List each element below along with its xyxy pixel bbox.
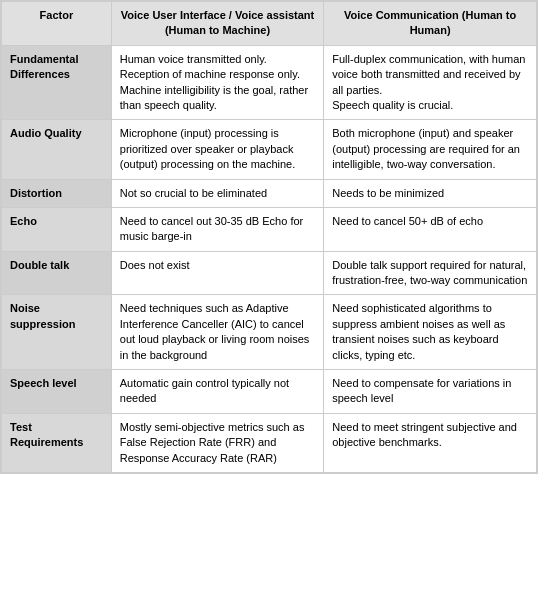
cell-factor: Audio Quality — [2, 120, 112, 179]
cell-factor: Noise suppression — [2, 295, 112, 370]
cell-vui: Need to cancel out 30-35 dB Echo for mus… — [111, 207, 323, 251]
table-row: Double talkDoes not existDouble talk sup… — [2, 251, 537, 295]
cell-factor: Fundamental Differences — [2, 45, 112, 120]
cell-vc: Need to cancel 50+ dB of echo — [324, 207, 537, 251]
table-row: Speech levelAutomatic gain control typic… — [2, 370, 537, 414]
cell-vui: Automatic gain control typically not nee… — [111, 370, 323, 414]
cell-vui: Not so crucial to be eliminated — [111, 179, 323, 207]
comparison-table: Factor Voice User Interface / Voice assi… — [1, 1, 537, 473]
cell-vc: Both microphone (input) and speaker (out… — [324, 120, 537, 179]
cell-factor: Test Requirements — [2, 413, 112, 472]
table-body: Fundamental DifferencesHuman voice trans… — [2, 45, 537, 472]
header-factor: Factor — [2, 2, 112, 46]
header-vc: Voice Communication (Human to Human) — [324, 2, 537, 46]
table-row: Audio QualityMicrophone (input) processi… — [2, 120, 537, 179]
cell-factor: Distortion — [2, 179, 112, 207]
table-row: DistortionNot so crucial to be eliminate… — [2, 179, 537, 207]
cell-vui: Need techniques such as Adaptive Interfe… — [111, 295, 323, 370]
cell-vc: Need to meet stringent subjective and ob… — [324, 413, 537, 472]
table-row: Fundamental DifferencesHuman voice trans… — [2, 45, 537, 120]
cell-factor: Speech level — [2, 370, 112, 414]
cell-vc: Need to compensate for variations in spe… — [324, 370, 537, 414]
cell-vui: Mostly semi-objective metrics such as Fa… — [111, 413, 323, 472]
cell-vc: Needs to be minimized — [324, 179, 537, 207]
cell-vc: Double talk support required for natural… — [324, 251, 537, 295]
header-vui: Voice User Interface / Voice assistant (… — [111, 2, 323, 46]
table-row: Test RequirementsMostly semi-objective m… — [2, 413, 537, 472]
cell-vc: Full-duplex communication, with human vo… — [324, 45, 537, 120]
table-header-row: Factor Voice User Interface / Voice assi… — [2, 2, 537, 46]
cell-vc: Need sophisticated algorithms to suppres… — [324, 295, 537, 370]
table-row: EchoNeed to cancel out 30-35 dB Echo for… — [2, 207, 537, 251]
cell-factor: Echo — [2, 207, 112, 251]
cell-vui: Microphone (input) processing is priorit… — [111, 120, 323, 179]
comparison-table-wrapper: Factor Voice User Interface / Voice assi… — [0, 0, 538, 474]
cell-factor: Double talk — [2, 251, 112, 295]
table-row: Noise suppressionNeed techniques such as… — [2, 295, 537, 370]
cell-vui: Does not exist — [111, 251, 323, 295]
cell-vui: Human voice transmitted only. Reception … — [111, 45, 323, 120]
